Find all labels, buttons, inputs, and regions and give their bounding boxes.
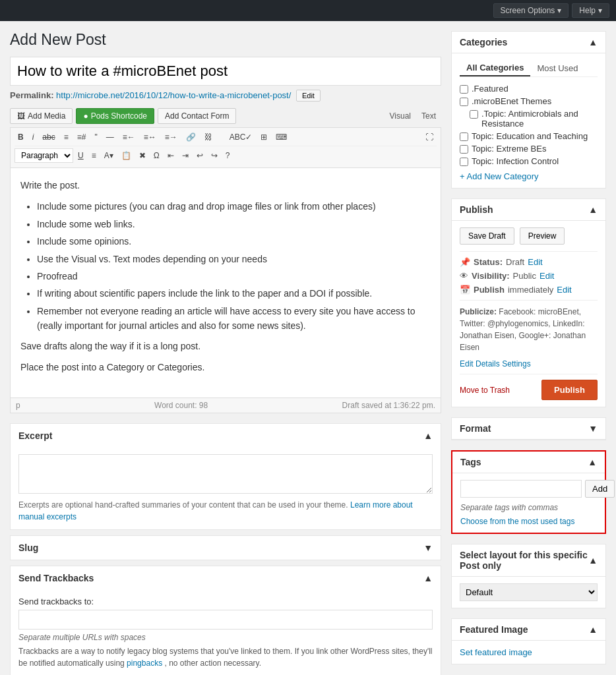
- screen-options-button[interactable]: Screen Options ▾: [493, 3, 569, 18]
- category-checkbox-4[interactable]: [460, 145, 468, 154]
- publish-button[interactable]: Publish: [541, 380, 598, 400]
- category-label-0: .Featured: [472, 84, 508, 94]
- paste-plain-button[interactable]: 📋: [118, 149, 135, 162]
- fullscreen-button[interactable]: ⛶: [422, 131, 437, 144]
- italic-button[interactable]: i: [29, 131, 38, 144]
- save-draft-button[interactable]: Save Draft: [460, 227, 514, 245]
- featured-image-header[interactable]: Featured Image ▲: [452, 619, 605, 641]
- tags-header[interactable]: Tags ▲: [452, 452, 605, 473]
- add-media-button[interactable]: 🖼 Add Media: [10, 108, 73, 124]
- page-title: Add New Post: [10, 31, 441, 49]
- special-char-button[interactable]: Ω: [150, 149, 163, 162]
- tags-hint: Separate tags with commas: [460, 503, 597, 512]
- paragraph-select[interactable]: Paragraph: [15, 148, 73, 163]
- layout-panel: Select layout for this specific Post onl…: [451, 544, 606, 608]
- text-color-button[interactable]: A▾: [101, 149, 117, 162]
- featured-image-panel: Featured Image ▲ Set featured image: [451, 618, 606, 664]
- category-checkbox-1[interactable]: [460, 98, 468, 106]
- insert-readmore-button[interactable]: [218, 135, 224, 139]
- toolbar-toggle-button[interactable]: ⊞: [257, 131, 270, 144]
- layout-select[interactable]: Default: [460, 583, 598, 601]
- publish-panel: Publish ▲ Save Draft Preview 📌 Status: D…: [451, 198, 606, 407]
- category-checkbox-0[interactable]: [460, 85, 468, 94]
- publish-date-edit-link[interactable]: Edit: [557, 285, 571, 295]
- undo-button[interactable]: ↩: [193, 149, 206, 162]
- format-header[interactable]: Format ▼: [452, 418, 605, 440]
- pods-shortcode-button[interactable]: ● Pods Shortcode: [76, 108, 154, 124]
- settings-link[interactable]: Settings: [502, 359, 530, 368]
- align-center-button[interactable]: ≡↔: [140, 131, 160, 144]
- trackbacks-desc: Trackbacks are a way to notify legacy bl…: [18, 645, 433, 669]
- bold-button[interactable]: B: [15, 131, 27, 144]
- category-checkbox-5[interactable]: [460, 158, 468, 166]
- slug-header[interactable]: Slug ▼: [11, 536, 441, 560]
- underline-button[interactable]: U: [75, 149, 87, 162]
- category-checkbox-3[interactable]: [460, 132, 468, 141]
- text-mode-button[interactable]: Text: [416, 109, 441, 123]
- horizontal-rule-button[interactable]: —: [103, 131, 117, 144]
- unlink-button[interactable]: ⛓: [201, 131, 216, 144]
- clear-format-button[interactable]: ✖: [136, 149, 149, 162]
- most-used-tab[interactable]: Most Used: [530, 60, 584, 76]
- move-to-trash-link[interactable]: Move to Trash: [460, 386, 510, 395]
- publish-status: 📌 Status: Draft Edit: [460, 257, 598, 267]
- categories-header[interactable]: Categories ▲: [452, 32, 605, 53]
- category-tabs: All Categories Most Used: [460, 60, 598, 77]
- set-featured-image-link[interactable]: Set featured image: [460, 647, 532, 657]
- slug-panel: Slug ▼: [10, 535, 441, 560]
- blockquote-button[interactable]: ": [91, 131, 100, 144]
- list-item: Topic: Extreme BEs: [460, 142, 598, 155]
- edit-details-link[interactable]: Edit Details: [460, 359, 500, 368]
- publish-footer: Move to Trash Publish: [460, 380, 598, 400]
- pingbacks-link[interactable]: pingbacks: [127, 659, 162, 668]
- unordered-list-button[interactable]: ≡: [61, 131, 72, 144]
- redo-button[interactable]: ↪: [208, 149, 221, 162]
- editor-bullet-4: Use the Visual vs. Text modes depending …: [37, 252, 431, 266]
- trackbacks-input[interactable]: [18, 610, 433, 630]
- status-edit-link[interactable]: Edit: [528, 257, 542, 267]
- align-left-button[interactable]: ≡←: [119, 131, 139, 144]
- visual-mode-button[interactable]: Visual: [385, 109, 416, 123]
- all-categories-tab[interactable]: All Categories: [460, 60, 530, 76]
- pods-icon: ●: [83, 111, 88, 121]
- add-contact-form-label: Add Contact Form: [165, 111, 229, 121]
- excerpt-textarea[interactable]: [18, 454, 433, 494]
- tags-input[interactable]: [460, 480, 582, 498]
- link-button[interactable]: 🔗: [183, 131, 199, 144]
- excerpt-header[interactable]: Excerpt ▲: [11, 424, 441, 448]
- categories-toggle-icon: ▲: [588, 37, 598, 47]
- trackbacks-header[interactable]: Send Trackbacks ▲: [11, 566, 441, 590]
- align-right-button[interactable]: ≡→: [162, 131, 181, 144]
- editor-toolbar: B i abc ≡ ≡# " — ≡← ≡↔ ≡→ 🔗 ⛓ ABC✓ ⊞ ⌨ ⛶…: [10, 127, 441, 167]
- justify-button[interactable]: ≡: [88, 149, 100, 162]
- post-title-input[interactable]: [10, 57, 441, 86]
- permalink-bar: Permalink: http://microbe.net/2016/10/12…: [10, 90, 441, 102]
- preview-button[interactable]: Preview: [520, 227, 565, 245]
- spellcheck-button[interactable]: ABC✓: [226, 131, 256, 144]
- ordered-list-button[interactable]: ≡#: [74, 131, 90, 144]
- outdent-button[interactable]: ⇤: [164, 149, 177, 162]
- permalink-url[interactable]: http://microbe.net/2016/10/12/how-to-wri…: [56, 90, 291, 100]
- indent-button[interactable]: ⇥: [179, 149, 192, 162]
- editor-area[interactable]: Write the post. Include some pictures (y…: [10, 167, 441, 398]
- add-new-category-link[interactable]: + Add New Category: [460, 171, 598, 181]
- visibility-value: Public: [513, 271, 536, 281]
- keyboard-shortcuts-button[interactable]: ⌨: [272, 131, 290, 144]
- category-label-3: Topic: Education and Teaching: [472, 131, 588, 141]
- add-tag-button[interactable]: Add: [585, 480, 615, 498]
- layout-header[interactable]: Select layout for this specific Post onl…: [452, 544, 605, 577]
- permalink-edit-button[interactable]: Edit: [296, 90, 321, 102]
- media-buttons-bar: 🖼 Add Media ● Pods Shortcode Add Contact…: [10, 108, 441, 124]
- visibility-edit-link[interactable]: Edit: [539, 271, 554, 281]
- strikethrough-button[interactable]: abc: [39, 131, 58, 144]
- editor-bullet-7: Remember not everyone reading an article…: [37, 304, 431, 334]
- trackbacks-panel: Send Trackbacks ▲ Send trackbacks to: Se…: [10, 566, 441, 675]
- help-button[interactable]: Help ▾: [572, 3, 609, 18]
- add-contact-form-button[interactable]: Add Contact Form: [158, 108, 236, 124]
- category-checkbox-2[interactable]: [470, 110, 478, 119]
- help-button-editor[interactable]: ?: [222, 149, 233, 162]
- publish-header[interactable]: Publish ▲: [452, 199, 605, 221]
- choose-tags-link[interactable]: Choose from the most used tags: [460, 517, 574, 526]
- editor-bullet-2: Include some web links.: [37, 217, 431, 231]
- category-label-4: Topic: Extreme BEs: [472, 144, 546, 154]
